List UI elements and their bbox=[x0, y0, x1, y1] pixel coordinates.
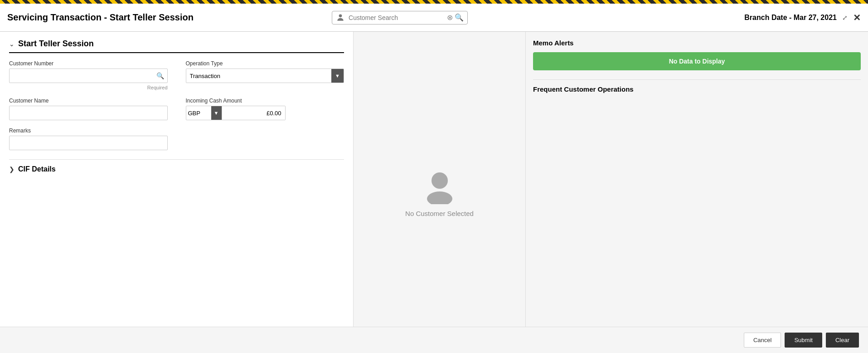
header: Servicing Transaction - Start Teller Ses… bbox=[0, 4, 868, 32]
search-go-icon[interactable]: 🔍 bbox=[455, 13, 464, 22]
currency-select[interactable]: GBP bbox=[186, 106, 211, 120]
form-grid: Customer Number 🔍 Required Operation Typ… bbox=[9, 60, 344, 150]
section-title: Start Teller Session bbox=[18, 39, 94, 49]
currency-arrow[interactable]: ▼ bbox=[211, 106, 222, 120]
search-clear-icon[interactable]: ⊗ bbox=[447, 13, 453, 22]
bottom-bar: Cancel Submit Clear bbox=[0, 327, 868, 353]
no-data-badge: No Data to Display bbox=[533, 52, 861, 70]
avatar-icon bbox=[422, 168, 458, 204]
clear-button[interactable]: Clear bbox=[826, 333, 859, 348]
left-panel: ⌄ Start Teller Session Customer Number 🔍… bbox=[0, 32, 354, 353]
operation-type-arrow[interactable]: ▼ bbox=[331, 69, 344, 83]
top-stripe bbox=[0, 0, 868, 4]
close-icon[interactable]: ✕ bbox=[853, 12, 861, 23]
section-header: ⌄ Start Teller Session bbox=[9, 39, 344, 53]
incoming-cash-label: Incoming Cash Amount bbox=[186, 98, 344, 104]
remarks-label: Remarks bbox=[9, 127, 168, 134]
main-content: ⌄ Start Teller Session Customer Number 🔍… bbox=[0, 32, 868, 353]
resize-icon[interactable]: ⤢ bbox=[842, 14, 848, 21]
person-icon bbox=[336, 13, 345, 22]
svg-point-2 bbox=[427, 191, 452, 204]
svg-point-0 bbox=[339, 14, 342, 17]
cancel-button[interactable]: Cancel bbox=[744, 333, 781, 348]
cif-details-header: ❯ CIF Details bbox=[9, 159, 344, 173]
currency-group: GBP ▼ bbox=[186, 106, 344, 120]
collapse-icon[interactable]: ⌄ bbox=[9, 40, 15, 48]
cif-title: CIF Details bbox=[18, 165, 56, 173]
submit-button[interactable]: Submit bbox=[785, 333, 822, 348]
customer-number-input[interactable] bbox=[9, 69, 168, 83]
right-panel: Memo Alerts No Data to Display Frequent … bbox=[526, 32, 868, 353]
no-customer-container: No Customer Selected bbox=[405, 168, 474, 217]
no-customer-text: No Customer Selected bbox=[405, 210, 474, 217]
customer-number-group: Customer Number 🔍 Required bbox=[9, 60, 168, 90]
cif-expand-icon[interactable]: ❯ bbox=[9, 166, 15, 173]
operation-type-label: Operation Type bbox=[186, 60, 344, 67]
incoming-cash-group: Incoming Cash Amount GBP ▼ bbox=[186, 98, 344, 120]
branch-date: Branch Date - Mar 27, 2021 bbox=[744, 14, 837, 22]
frequent-ops-section: Frequent Customer Operations bbox=[533, 79, 861, 93]
page-title: Servicing Transaction - Start Teller Ses… bbox=[7, 12, 194, 23]
customer-name-label: Customer Name bbox=[9, 98, 168, 104]
search-input[interactable] bbox=[349, 14, 447, 21]
customer-name-group: Customer Name bbox=[9, 98, 168, 120]
currency-select-wrapper[interactable]: GBP ▼ bbox=[186, 106, 222, 120]
customer-number-input-wrapper: 🔍 bbox=[9, 69, 168, 83]
remarks-group: Remarks bbox=[9, 127, 168, 150]
memo-alerts-title: Memo Alerts bbox=[533, 39, 861, 47]
customer-number-label: Customer Number bbox=[9, 60, 168, 67]
customer-search-bar[interactable]: ⊗ 🔍 bbox=[332, 11, 468, 25]
required-label: Required bbox=[9, 85, 168, 90]
operation-type-group: Operation Type Transaction ▼ bbox=[186, 60, 344, 90]
amount-input[interactable] bbox=[222, 106, 286, 120]
middle-panel: No Customer Selected bbox=[354, 32, 526, 353]
frequent-ops-title: Frequent Customer Operations bbox=[533, 85, 634, 93]
operation-type-select-wrapper[interactable]: Transaction ▼ bbox=[186, 69, 344, 83]
header-right: Branch Date - Mar 27, 2021 ⤢ ✕ bbox=[744, 12, 861, 23]
remarks-input[interactable] bbox=[9, 136, 168, 150]
operation-type-select[interactable]: Transaction bbox=[186, 69, 332, 83]
customer-number-search-icon[interactable]: 🔍 bbox=[156, 72, 164, 79]
svg-point-1 bbox=[432, 172, 448, 189]
customer-name-input[interactable] bbox=[9, 106, 168, 120]
